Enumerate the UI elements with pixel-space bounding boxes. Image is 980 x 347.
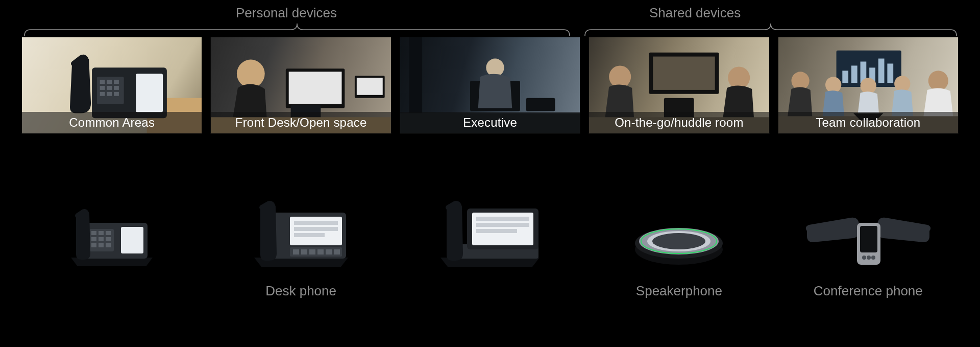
usecase-caption: Executive: [463, 115, 517, 130]
usecase-card-executive: Executive: [400, 37, 580, 134]
bracket-shared-icon: [582, 24, 960, 37]
svg-rect-4: [100, 80, 105, 84]
svg-rect-52: [99, 237, 104, 241]
deskphone-tablet-icon: [400, 195, 580, 272]
svg-rect-61: [294, 233, 325, 237]
device-deskphone-touch: Desk phone: [210, 195, 391, 299]
svg-point-27: [609, 65, 631, 88]
device-label: Speakerphone: [636, 283, 722, 299]
svg-rect-38: [887, 63, 893, 83]
conference-phone-icon: [778, 195, 959, 272]
device-conference-phone: Conference phone: [778, 195, 959, 299]
svg-rect-53: [106, 237, 111, 241]
svg-rect-51: [91, 237, 96, 241]
svg-rect-34: [851, 65, 857, 83]
usecase-caption: On-the-go/huddle room: [615, 115, 743, 130]
svg-rect-12: [114, 92, 119, 96]
svg-rect-14: [289, 72, 342, 104]
svg-rect-56: [106, 243, 111, 247]
usecase-card-common-areas: Common Areas: [21, 37, 202, 134]
usecase-caption: Team collaboration: [816, 115, 920, 130]
svg-rect-46: [121, 227, 143, 253]
svg-rect-37: [878, 59, 884, 83]
svg-point-43: [928, 71, 948, 91]
svg-rect-10: [100, 92, 105, 96]
deskphone-small-icon: [21, 195, 202, 272]
device-label: Desk phone: [265, 283, 336, 299]
usecase-card-front-desk: Front Desk/Open space: [210, 37, 391, 134]
usecase-caption: Front Desk/Open space: [235, 115, 367, 130]
svg-rect-68: [334, 249, 340, 255]
svg-point-83: [862, 256, 866, 260]
svg-rect-82: [860, 226, 877, 252]
usecase-caption-bar: Executive: [400, 112, 580, 133]
svg-point-85: [871, 256, 875, 260]
svg-rect-49: [99, 231, 104, 235]
svg-rect-72: [476, 217, 529, 221]
usecase-card-team-collab: Team collaboration: [778, 37, 959, 134]
svg-rect-60: [294, 227, 338, 231]
usecase-caption-bar: On-the-go/huddle room: [589, 112, 769, 133]
device-deskphone-tablet: [400, 195, 580, 299]
svg-rect-16: [357, 78, 383, 95]
svg-rect-67: [326, 249, 332, 255]
usecase-card-row: Common Areas Front Desk/Open space: [21, 37, 959, 134]
svg-point-84: [867, 256, 871, 260]
svg-rect-33: [842, 71, 848, 83]
usecase-caption-bar: Team collaboration: [778, 112, 958, 133]
svg-rect-64: [301, 249, 307, 255]
deskphone-touch-icon: [210, 195, 391, 272]
usecase-caption-bar: Common Areas: [22, 112, 202, 133]
svg-rect-23: [526, 98, 555, 111]
device-speakerphone: Speakerphone: [589, 195, 769, 299]
usecase-caption: Common Areas: [69, 115, 155, 130]
svg-rect-48: [91, 231, 96, 235]
speakerphone-puck-icon: [589, 195, 769, 272]
category-row: Personal devices Shared devices: [21, 0, 959, 37]
bracket-personal-icon: [21, 24, 573, 37]
svg-rect-26: [653, 57, 715, 90]
svg-rect-9: [114, 86, 119, 90]
svg-point-17: [237, 60, 265, 88]
svg-point-42: [894, 76, 910, 92]
device-row: Desk phone: [21, 195, 959, 299]
svg-rect-11: [107, 92, 112, 96]
category-personal-label: Personal devices: [236, 5, 337, 21]
svg-rect-54: [91, 243, 96, 247]
svg-point-40: [825, 77, 841, 93]
svg-rect-6: [114, 80, 119, 84]
svg-rect-59: [294, 221, 338, 225]
svg-rect-63: [293, 249, 299, 255]
svg-rect-2: [136, 74, 163, 112]
svg-rect-65: [309, 249, 315, 255]
usecase-caption-bar: Front Desk/Open space: [211, 112, 390, 133]
device-label: Conference phone: [814, 283, 923, 299]
svg-rect-8: [107, 86, 112, 90]
svg-rect-66: [317, 249, 324, 255]
svg-rect-73: [476, 223, 529, 227]
category-shared-label: Shared devices: [649, 5, 741, 21]
svg-rect-74: [476, 229, 517, 233]
svg-point-41: [860, 78, 876, 94]
svg-rect-50: [106, 231, 111, 235]
usecase-card-huddle: On-the-go/huddle room: [589, 37, 769, 134]
svg-point-80: [652, 233, 705, 249]
device-deskphone-small: [21, 195, 202, 299]
svg-rect-55: [99, 243, 104, 247]
svg-rect-5: [107, 80, 112, 84]
svg-point-28: [728, 66, 750, 89]
svg-rect-7: [100, 86, 105, 90]
